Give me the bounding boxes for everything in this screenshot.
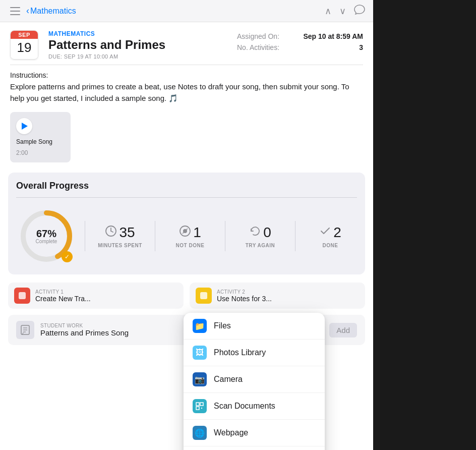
svg-rect-1 bbox=[10, 11, 20, 12]
menu-item-files[interactable]: 📁 Files bbox=[184, 313, 325, 340]
svg-line-7 bbox=[111, 231, 113, 232]
assignment-info: MATHEMATICS Patterns and Primes DUE: SEP… bbox=[48, 30, 227, 60]
student-work-label: STUDENT WORK bbox=[40, 323, 129, 328]
progress-stats: 67% Complete ✓ 35 bbox=[16, 206, 357, 266]
stat-divider-4 bbox=[295, 221, 295, 251]
instructions-section: Instructions: Explore patterns and prime… bbox=[0, 65, 373, 104]
activity-1-label: ACTIVITY 1 bbox=[35, 289, 91, 295]
not-done-icon bbox=[179, 225, 191, 240]
activity-2-label: ACTIVITY 2 bbox=[217, 289, 272, 295]
svg-rect-19 bbox=[196, 407, 199, 410]
activity-card-1[interactable]: ACTIVITY 1 Create New Tra... bbox=[8, 283, 184, 309]
song-duration: 2:00 bbox=[16, 149, 28, 156]
assignment-title: Patterns and Primes bbox=[48, 38, 227, 51]
try-again-label: TRY AGAIN bbox=[246, 243, 275, 248]
done-icon bbox=[319, 225, 331, 240]
svg-rect-2 bbox=[10, 14, 20, 15]
context-menu: 📁 Files 🖼 Photos Library 📷 Camera Scan D… bbox=[184, 313, 325, 450]
menu-item-scan[interactable]: Scan Documents bbox=[184, 393, 325, 420]
no-activities-label: No. Activities: bbox=[237, 43, 279, 51]
assigned-on-value: Sep 10 at 8:59 AM bbox=[303, 32, 363, 40]
assignment-header: SEP 19 MATHEMATICS Patterns and Primes D… bbox=[0, 22, 373, 60]
assigned-on-label: Assigned On: bbox=[237, 32, 279, 40]
try-again-stat-top: 0 bbox=[249, 224, 271, 241]
dark-panel bbox=[373, 0, 476, 450]
down-arrow-button[interactable]: ∨ bbox=[339, 6, 346, 17]
svg-rect-18 bbox=[200, 403, 203, 406]
student-work-info: STUDENT WORK Patterns and Primes Song bbox=[40, 323, 129, 337]
minutes-stat-top: 35 bbox=[105, 224, 135, 241]
scan-icon bbox=[193, 399, 207, 413]
activity-icon-2 bbox=[196, 288, 212, 304]
student-work-icon bbox=[16, 321, 34, 339]
calendar-day: 19 bbox=[11, 39, 38, 58]
add-button[interactable]: Add bbox=[329, 323, 357, 338]
instructions-label: Instructions: bbox=[10, 71, 363, 79]
main-panel: ‹ Mathematics ∧ ∨ SEP 19 MATHEMATICS Pat… bbox=[0, 0, 373, 450]
stat-divider-1 bbox=[85, 221, 85, 251]
menu-item-webpage[interactable]: 🌐 Webpage bbox=[184, 420, 325, 446]
donut-center: 67% Complete bbox=[36, 229, 57, 244]
menu-item-photos[interactable]: 🖼 Photos Library bbox=[184, 340, 325, 366]
assigned-on-row: Assigned On: Sep 10 at 8:59 AM bbox=[237, 32, 363, 40]
song-thumbnail[interactable]: Sample Song 2:00 bbox=[10, 112, 71, 162]
minutes-value: 35 bbox=[119, 224, 135, 241]
activity-2-name: Use Notes for 3... bbox=[217, 295, 272, 303]
sample-song-container: Sample Song 2:00 bbox=[0, 104, 373, 171]
menu-item-bookmarks[interactable]: 📖 Bookmarks bbox=[184, 446, 325, 450]
no-activities-row: No. Activities: 3 bbox=[237, 43, 363, 51]
photos-icon: 🖼 bbox=[193, 346, 207, 360]
calendar-month: SEP bbox=[11, 31, 38, 39]
activity-1-name: Create New Tra... bbox=[35, 295, 91, 303]
try-again-value: 0 bbox=[263, 224, 271, 241]
assignment-meta: Assigned On: Sep 10 at 8:59 AM No. Activ… bbox=[237, 30, 363, 60]
stat-divider-2 bbox=[155, 221, 155, 251]
progress-divider bbox=[16, 197, 357, 198]
not-done-stat: 1 NOT DONE bbox=[163, 224, 217, 248]
calendar-badge: SEP 19 bbox=[10, 30, 38, 60]
try-again-icon bbox=[249, 225, 261, 240]
assignment-due: DUE: SEP 19 AT 10:00 AM bbox=[48, 53, 227, 60]
back-button[interactable]: ‹ Mathematics bbox=[26, 6, 76, 16]
done-label: DONE bbox=[323, 243, 338, 248]
clock-icon bbox=[105, 225, 117, 240]
menu-item-camera[interactable]: 📷 Camera bbox=[184, 366, 325, 393]
svg-rect-0 bbox=[10, 7, 20, 8]
not-done-stat-top: 1 bbox=[179, 224, 201, 241]
svg-rect-20 bbox=[201, 408, 202, 409]
svg-rect-11 bbox=[19, 292, 26, 299]
up-arrow-button[interactable]: ∧ bbox=[325, 6, 331, 17]
activity-card-2[interactable]: ACTIVITY 2 Use Notes for 3... bbox=[190, 283, 365, 309]
top-nav: ‹ Mathematics ∧ ∨ bbox=[0, 0, 373, 22]
done-value: 2 bbox=[333, 224, 341, 241]
student-work-name: Patterns and Primes Song bbox=[40, 328, 129, 337]
play-button[interactable] bbox=[16, 118, 32, 134]
comment-button[interactable] bbox=[354, 5, 365, 17]
files-label: Files bbox=[214, 321, 231, 330]
minutes-label: MINUTES SPENT bbox=[98, 243, 142, 248]
minutes-stat: 35 MINUTES SPENT bbox=[93, 224, 147, 248]
activity-1-info: ACTIVITY 1 Create New Tra... bbox=[35, 289, 91, 303]
camera-icon: 📷 bbox=[193, 372, 207, 386]
photos-label: Photos Library bbox=[214, 348, 266, 357]
camera-label: Camera bbox=[214, 375, 243, 384]
nav-right: ∧ ∨ bbox=[325, 5, 365, 17]
progress-title: Overall Progress bbox=[16, 181, 357, 191]
sidebar-toggle-button[interactable] bbox=[8, 4, 22, 18]
done-stat-top: 2 bbox=[319, 224, 341, 241]
files-icon: 📁 bbox=[193, 319, 207, 333]
donut-chart: 67% Complete ✓ bbox=[16, 206, 77, 266]
donut-complete-label: Complete bbox=[36, 239, 57, 244]
play-icon bbox=[22, 123, 28, 130]
activities-section: ACTIVITY 1 Create New Tra... ACTIVITY 2 … bbox=[0, 283, 373, 309]
try-again-stat: 0 TRY AGAIN bbox=[233, 224, 287, 248]
activity-icon-1 bbox=[14, 288, 30, 304]
not-done-value: 1 bbox=[193, 224, 201, 241]
scan-label: Scan Documents bbox=[214, 402, 275, 411]
activity-2-info: ACTIVITY 2 Use Notes for 3... bbox=[217, 289, 272, 303]
no-activities-value: 3 bbox=[359, 43, 363, 51]
done-stat: 2 DONE bbox=[304, 224, 357, 248]
webpage-label: Webpage bbox=[214, 428, 248, 437]
back-chevron-icon: ‹ bbox=[26, 6, 29, 16]
song-name: Sample Song bbox=[16, 138, 52, 145]
